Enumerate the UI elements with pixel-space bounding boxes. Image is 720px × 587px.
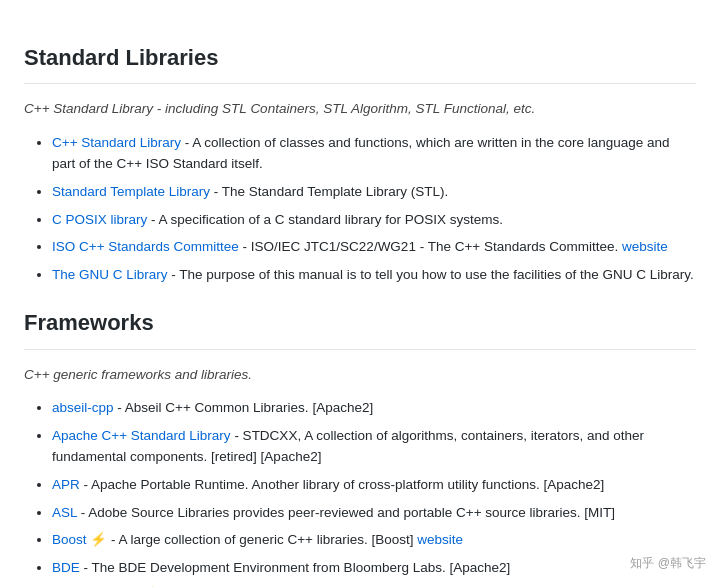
list-item: ISO C++ Standards Committee - ISO/IEC JT… — [52, 236, 696, 258]
item-link-0[interactable]: C++ Standard Library — [52, 135, 181, 150]
item-link-3[interactable]: ISO C++ Standards Committee — [52, 239, 239, 254]
watermark: 知乎 @韩飞宇 — [630, 554, 706, 573]
section-intro-frameworks: C++ generic frameworks and libraries. — [24, 364, 696, 386]
item-link-0[interactable]: abseil-cpp — [52, 400, 114, 415]
section-frameworks: FrameworksC++ generic frameworks and lib… — [24, 305, 696, 587]
page-container: Standard LibrariesC++ Standard Library -… — [24, 40, 696, 587]
list-item: BDE - The BDE Development Environment fr… — [52, 557, 696, 579]
item-link-1[interactable]: Standard Template Library — [52, 184, 210, 199]
item-link-3[interactable]: ASL — [52, 505, 77, 520]
list-item: abseil-cpp - Abseil C++ Common Libraries… — [52, 397, 696, 419]
item-extra-link-4[interactable]: website — [417, 532, 463, 547]
item-list-frameworks: abseil-cpp - Abseil C++ Common Libraries… — [24, 397, 696, 587]
section-heading-frameworks: Frameworks — [24, 305, 696, 349]
item-link-4[interactable]: The GNU C Library — [52, 267, 168, 282]
list-item: ASL - Adobe Source Libraries provides pe… — [52, 502, 696, 524]
list-item: Standard Template Library - The Standard… — [52, 181, 696, 203]
section-intro-standard-libraries: C++ Standard Library - including STL Con… — [24, 98, 696, 120]
section-heading-standard-libraries: Standard Libraries — [24, 40, 696, 84]
item-list-standard-libraries: C++ Standard Library - A collection of c… — [24, 132, 696, 286]
item-link-4[interactable]: Boost — [52, 532, 87, 547]
list-item: Apache C++ Standard Library - STDCXX, A … — [52, 425, 696, 468]
list-item: Boost ⚡ - A large collection of generic … — [52, 529, 696, 551]
list-item: C++ Standard Library - A collection of c… — [52, 132, 696, 175]
list-item: The GNU C Library - The purpose of this … — [52, 264, 696, 286]
item-link-1[interactable]: Apache C++ Standard Library — [52, 428, 231, 443]
item-link-2[interactable]: C POSIX library — [52, 212, 147, 227]
list-item: APR - Apache Portable Runtime. Another l… — [52, 474, 696, 496]
item-link-5[interactable]: BDE — [52, 560, 80, 575]
item-link-2[interactable]: APR — [52, 477, 80, 492]
section-standard-libraries: Standard LibrariesC++ Standard Library -… — [24, 40, 696, 285]
list-item: C POSIX library - A specification of a C… — [52, 209, 696, 231]
item-extra-link-3[interactable]: website — [622, 239, 668, 254]
